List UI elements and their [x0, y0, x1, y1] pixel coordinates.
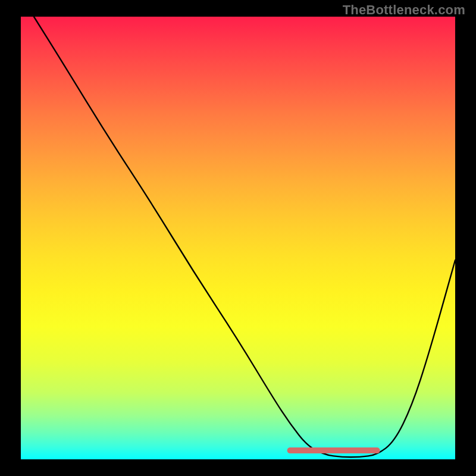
chart-frame: TheBottleneck.com [0, 0, 476, 476]
bottleneck-curve [34, 17, 455, 457]
chart-svg [21, 17, 455, 459]
watermark-label: TheBottleneck.com [343, 2, 465, 18]
plot-area [21, 17, 455, 459]
